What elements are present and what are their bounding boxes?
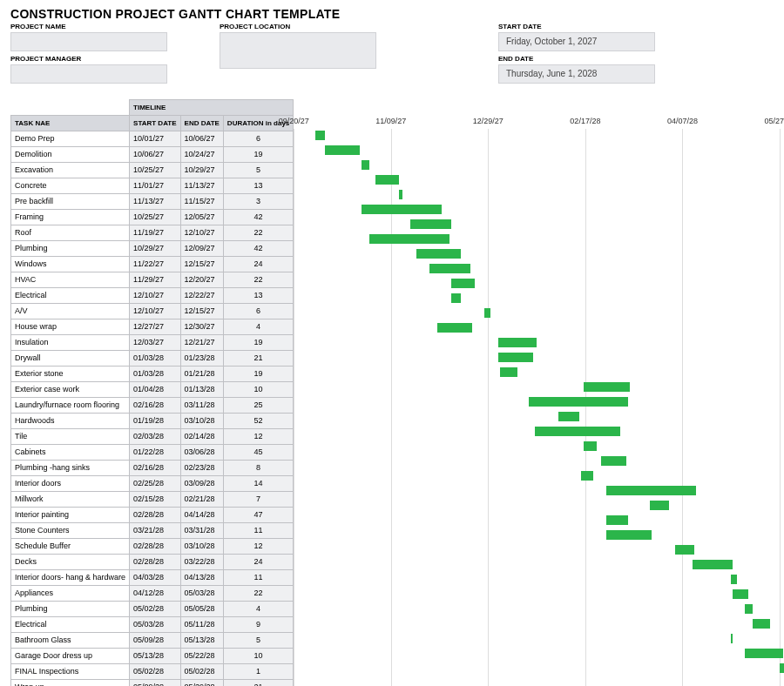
- gantt-bar[interactable]: [529, 397, 628, 407]
- task-end-cell[interactable]: 03/22/28: [180, 555, 223, 570]
- task-end-cell[interactable]: 05/13/28: [180, 633, 223, 649]
- task-name-cell[interactable]: Concrete: [11, 178, 130, 194]
- task-end-cell[interactable]: 04/14/28: [180, 508, 223, 523]
- task-name-cell[interactable]: Excavation: [11, 163, 130, 178]
- task-name-cell[interactable]: Schedule Buffer: [11, 539, 130, 555]
- project-name-input[interactable]: [10, 32, 167, 51]
- gantt-bar[interactable]: [535, 427, 620, 436]
- gantt-bar[interactable]: [606, 515, 628, 525]
- task-name-cell[interactable]: Drywall: [11, 351, 130, 367]
- task-end-cell[interactable]: 12/30/27: [180, 319, 223, 335]
- task-end-cell[interactable]: 11/15/27: [180, 194, 223, 210]
- task-name-cell[interactable]: Exterior stone: [11, 367, 130, 382]
- gantt-bar[interactable]: [399, 190, 402, 199]
- task-dur-cell[interactable]: 5: [223, 163, 293, 178]
- task-dur-cell[interactable]: 5: [223, 633, 293, 649]
- task-end-cell[interactable]: 05/29/28: [180, 680, 223, 687]
- gantt-bar[interactable]: [753, 619, 770, 629]
- task-start-cell[interactable]: 02/03/28: [130, 429, 180, 445]
- gantt-bar[interactable]: [693, 560, 733, 569]
- task-start-cell[interactable]: 11/29/27: [130, 272, 180, 288]
- task-dur-cell[interactable]: 10: [223, 649, 293, 664]
- task-dur-cell[interactable]: 1: [223, 664, 293, 680]
- gantt-bar[interactable]: [375, 175, 399, 185]
- gantt-bar[interactable]: [675, 545, 694, 555]
- gantt-bar[interactable]: [581, 471, 592, 481]
- task-end-cell[interactable]: 12/15/27: [180, 304, 223, 319]
- gantt-bar[interactable]: [315, 131, 325, 140]
- task-dur-cell[interactable]: 22: [223, 225, 293, 241]
- task-name-cell[interactable]: Plumbing -hang sinks: [11, 461, 130, 476]
- task-dur-cell[interactable]: 12: [223, 539, 293, 555]
- gantt-bar[interactable]: [500, 367, 517, 377]
- task-name-cell[interactable]: Framing: [11, 210, 130, 225]
- task-dur-cell[interactable]: 11: [223, 570, 293, 586]
- task-start-cell[interactable]: 11/22/27: [130, 257, 180, 272]
- task-name-cell[interactable]: Appliances: [11, 586, 130, 602]
- gantt-bar[interactable]: [558, 412, 580, 421]
- gantt-bar[interactable]: [416, 249, 461, 259]
- end-date-input[interactable]: Thursday, June 1, 2028: [498, 64, 655, 84]
- task-dur-cell[interactable]: 24: [223, 257, 293, 272]
- task-end-cell[interactable]: 03/31/28: [180, 523, 223, 539]
- task-name-cell[interactable]: Plumbing: [11, 241, 130, 257]
- task-dur-cell[interactable]: 52: [223, 414, 293, 429]
- task-dur-cell[interactable]: 12: [223, 429, 293, 445]
- gantt-bar[interactable]: [362, 205, 441, 214]
- task-start-cell[interactable]: 05/13/28: [130, 649, 180, 664]
- task-end-cell[interactable]: 11/13/27: [180, 178, 223, 194]
- task-start-cell[interactable]: 10/01/27: [130, 131, 180, 147]
- task-dur-cell[interactable]: 21: [223, 351, 293, 367]
- task-end-cell[interactable]: 03/06/28: [180, 445, 223, 461]
- task-name-cell[interactable]: Bathroom Glass: [11, 633, 130, 649]
- gantt-bar[interactable]: [451, 293, 461, 303]
- task-name-cell[interactable]: Interior painting: [11, 508, 130, 523]
- task-name-cell[interactable]: Electrical: [11, 288, 130, 304]
- gantt-bar[interactable]: [498, 338, 537, 347]
- task-start-cell[interactable]: 12/27/27: [130, 319, 180, 335]
- task-end-cell[interactable]: 12/05/27: [180, 210, 223, 225]
- task-start-cell[interactable]: 02/25/28: [130, 476, 180, 492]
- task-dur-cell[interactable]: 42: [223, 210, 293, 225]
- task-start-cell[interactable]: 11/01/27: [130, 178, 180, 194]
- task-end-cell[interactable]: 12/22/27: [180, 288, 223, 304]
- task-end-cell[interactable]: 12/20/27: [180, 272, 223, 288]
- gantt-bar[interactable]: [451, 279, 475, 288]
- task-start-cell[interactable]: 10/25/27: [130, 163, 180, 178]
- task-dur-cell[interactable]: 13: [223, 288, 293, 304]
- task-start-cell[interactable]: 04/03/28: [130, 570, 180, 586]
- task-dur-cell[interactable]: 9: [223, 617, 293, 633]
- task-name-cell[interactable]: Demo Prep: [11, 131, 130, 147]
- task-name-cell[interactable]: HVAC: [11, 272, 130, 288]
- task-start-cell[interactable]: 01/03/28: [130, 367, 180, 382]
- gantt-bar[interactable]: [606, 486, 696, 495]
- task-end-cell[interactable]: 10/29/27: [180, 163, 223, 178]
- gantt-bar[interactable]: [584, 382, 631, 392]
- gantt-bar[interactable]: [606, 530, 651, 540]
- task-start-cell[interactable]: 04/12/28: [130, 586, 180, 602]
- task-name-cell[interactable]: Decks: [11, 555, 130, 570]
- gantt-bar[interactable]: [369, 234, 449, 244]
- task-start-cell[interactable]: 05/09/28: [130, 680, 180, 687]
- task-name-cell[interactable]: House wrap: [11, 319, 130, 335]
- task-start-cell[interactable]: 05/03/28: [130, 617, 180, 633]
- task-start-cell[interactable]: 10/06/27: [130, 147, 180, 163]
- task-dur-cell[interactable]: 7: [223, 492, 293, 508]
- task-end-cell[interactable]: 12/21/27: [180, 335, 223, 351]
- task-dur-cell[interactable]: 14: [223, 476, 293, 492]
- task-dur-cell[interactable]: 4: [223, 319, 293, 335]
- task-start-cell[interactable]: 01/22/28: [130, 445, 180, 461]
- gantt-bar[interactable]: [484, 308, 490, 318]
- gantt-bar[interactable]: [410, 219, 451, 229]
- task-dur-cell[interactable]: 4: [223, 602, 293, 617]
- gantt-bar[interactable]: [731, 575, 737, 584]
- task-end-cell[interactable]: 05/11/28: [180, 617, 223, 633]
- task-dur-cell[interactable]: 45: [223, 445, 293, 461]
- task-end-cell[interactable]: 05/03/28: [180, 586, 223, 602]
- task-start-cell[interactable]: 05/02/28: [130, 664, 180, 680]
- task-start-cell[interactable]: 02/16/28: [130, 461, 180, 476]
- task-start-cell[interactable]: 02/16/28: [130, 398, 180, 414]
- gantt-bar[interactable]: [745, 604, 753, 614]
- gantt-bar[interactable]: [731, 634, 733, 643]
- task-end-cell[interactable]: 05/22/28: [180, 649, 223, 664]
